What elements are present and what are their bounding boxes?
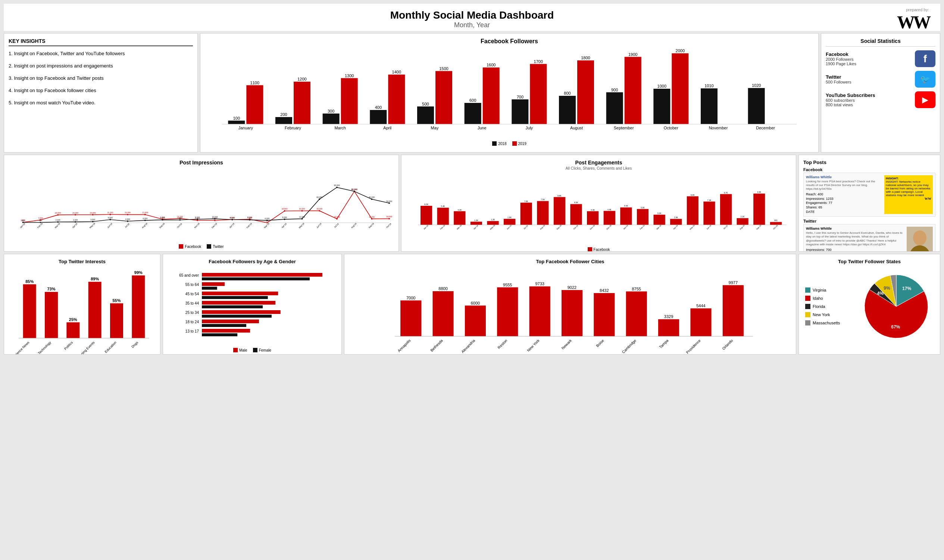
svg-text:80,000: 80,000 — [352, 188, 358, 191]
svg-text:2000: 2000 — [676, 48, 685, 53]
svg-text:13 to 17: 13 to 17 — [185, 329, 199, 333]
svg-point-97 — [371, 218, 372, 220]
svg-text:5.0K: 5.0K — [641, 206, 645, 209]
svg-rect-228 — [753, 194, 765, 225]
post-engagements-title: Post Engagements — [406, 160, 791, 166]
svg-rect-261 — [202, 282, 225, 286]
svg-text:February: February — [285, 126, 301, 130]
svg-text:21,000: 21,000 — [125, 211, 131, 214]
svg-text:Nov'18: Nov'18 — [194, 223, 200, 229]
svg-text:June: June — [478, 126, 487, 130]
svg-text:Jun'18: Jun'18 — [107, 223, 113, 229]
svg-text:Oct'18: Oct'18 — [176, 223, 182, 229]
facebook-detail2: 1900 Page Likes — [826, 62, 915, 66]
svg-rect-253 — [132, 275, 145, 338]
svg-text:Orlando: Orlando — [721, 338, 734, 351]
svg-text:Feb'18: Feb'18 — [37, 223, 43, 229]
svg-text:Sep-19: Sep-19 — [756, 224, 762, 230]
svg-text:89%: 89% — [91, 277, 99, 281]
svg-point-79 — [214, 220, 216, 221]
svg-point-71 — [144, 214, 146, 215]
svg-text:500: 500 — [422, 102, 429, 106]
facebook-platform: Facebook — [826, 51, 915, 57]
pi-legend-tw-box — [207, 244, 211, 249]
svg-text:1.0K: 1.0K — [474, 219, 478, 222]
svg-text:Newark: Newark — [561, 338, 573, 350]
svg-rect-244 — [66, 323, 79, 338]
post-engagements-subtitle: All Clicks, Shares, Comments and Likes — [406, 166, 791, 171]
svg-text:30,000: 30,000 — [299, 208, 305, 210]
svg-text:Science News: Science News — [12, 340, 30, 355]
svg-text:60,000: 60,000 — [369, 196, 375, 198]
tw-preview-text: Williams Whittle Hello, I use this surve… — [806, 227, 905, 252]
svg-rect-277 — [202, 333, 237, 336]
twitter-states-panel: Top Twitter Follower States Virginia Ida… — [799, 254, 940, 355]
logo-ww: WW — [897, 12, 929, 32]
svg-rect-271 — [202, 315, 271, 318]
svg-text:Dec'18: Dec'18 — [211, 223, 217, 229]
svg-text:7,000: 7,000 — [177, 217, 182, 219]
fb-post-section: Facebook Williams Whittle Looking for mo… — [803, 168, 935, 217]
svg-text:60,000: 60,000 — [316, 196, 322, 198]
svg-rect-293 — [561, 290, 582, 336]
svg-text:7,000: 7,000 — [247, 217, 252, 219]
svg-rect-7 — [294, 82, 310, 124]
svg-text:Aug-18: Aug-18 — [539, 224, 545, 230]
youtube-detail2: 800 total views — [826, 103, 915, 107]
insight-4: 4. Insight on top Facebook follower citi… — [9, 88, 193, 93]
svg-text:Jan-18: Jan-18 — [423, 225, 428, 230]
newyork-box — [805, 312, 810, 317]
svg-text:9.7K: 9.7K — [724, 192, 728, 194]
svg-text:901: 901 — [774, 219, 777, 222]
twitter-interests-title: Top Twitter Interests — [9, 259, 156, 265]
post-impressions-title: Post Impressions — [9, 160, 394, 166]
svg-text:1200: 1200 — [298, 77, 306, 81]
svg-text:Mar-18: Mar-18 — [456, 224, 462, 230]
svg-rect-308 — [723, 285, 743, 336]
svg-rect-302 — [658, 319, 679, 336]
tw-preview-header: Williams Whittle — [806, 227, 905, 231]
legend-2019: 2019 — [512, 141, 526, 146]
svg-rect-238 — [23, 285, 36, 338]
svg-text:Jun-19: Jun-19 — [706, 225, 711, 230]
virginia-label: Virginia — [813, 288, 827, 292]
tw-post-label: Twitter — [803, 219, 935, 223]
svg-text:Tampa: Tampa — [659, 338, 669, 349]
row3: Top Twitter Interests 85%Science News73%… — [4, 254, 940, 355]
svg-text:6,000: 6,000 — [265, 217, 270, 220]
svg-text:Oct'19: Oct'19 — [386, 223, 392, 229]
svg-text:55 to 64: 55 to 64 — [185, 283, 199, 287]
svg-text:800: 800 — [564, 91, 571, 95]
svg-point-236 — [913, 231, 927, 245]
svg-text:7,000: 7,000 — [38, 217, 43, 219]
svg-text:9555: 9555 — [503, 283, 512, 287]
svg-text:May'19: May'19 — [298, 222, 304, 229]
svg-point-105 — [57, 221, 59, 223]
svg-text:September: September — [614, 126, 634, 130]
svg-point-111 — [110, 219, 111, 220]
svg-rect-204 — [620, 207, 632, 225]
twitter-icon: 🐦 — [915, 71, 935, 88]
svg-text:3,000: 3,000 — [90, 218, 95, 221]
svg-rect-250 — [110, 303, 123, 338]
row1: KEY INSIGHTS 1. Insight on Facebook, Twi… — [4, 33, 940, 152]
fb-preview-link: Looking for more PSA best practices? Che… — [806, 180, 882, 191]
svg-text:1020: 1020 — [752, 83, 761, 88]
svg-text:August: August — [570, 126, 583, 130]
svg-text:5.5K: 5.5K — [624, 205, 628, 207]
fb-preview-header: Williams Whittle — [806, 175, 882, 180]
svg-rect-296 — [594, 293, 614, 336]
svg-text:3.2K: 3.2K — [657, 212, 662, 214]
fb-age-gender-panel: Facebook Followers by Age & Gender 65 an… — [163, 254, 342, 355]
age-legend-female-box — [253, 348, 258, 352]
svg-rect-259 — [202, 277, 310, 280]
insight-1: 1. Insight on Facebook, Twitter and YouT… — [9, 51, 193, 56]
svg-text:Mar-19: Mar-19 — [656, 224, 662, 230]
svg-text:7.0K: 7.0K — [524, 200, 528, 202]
header-title: Monthly Social Media Dashboard — [8, 9, 936, 21]
svg-text:Aug-19: Aug-19 — [739, 224, 745, 230]
state-legend-virginia: Virginia — [805, 288, 855, 293]
svg-text:Annapolis: Annapolis — [397, 338, 412, 353]
page: Monthly Social Media Dashboard Month, Ye… — [0, 0, 944, 560]
svg-text:1000: 1000 — [657, 84, 666, 88]
